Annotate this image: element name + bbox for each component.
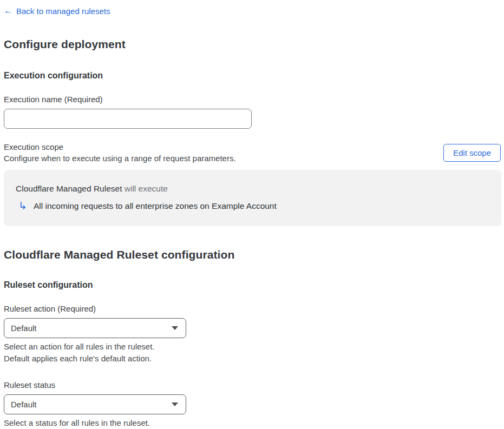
ruleset-status-label: Ruleset status — [4, 380, 501, 390]
back-link-label: Back to managed rulesets — [16, 6, 110, 16]
ruleset-status-help: Select a status for all rules in the rul… — [4, 417, 501, 429]
branch-arrow-icon: ↳ — [18, 201, 27, 211]
ruleset-action-select[interactable]: Default — [4, 318, 186, 338]
scope-summary-line1: Cloudflare Managed Ruleset will execute — [16, 184, 489, 194]
edit-scope-button[interactable]: Edit scope — [443, 144, 501, 162]
ruleset-status-selected-value: Default — [11, 400, 37, 409]
chevron-down-icon — [172, 402, 178, 406]
ruleset-configuration-heading: Cloudflare Managed Ruleset configuration — [4, 248, 501, 261]
ruleset-action-help: Select an action for all rules in the ru… — [4, 341, 501, 365]
execution-name-label: Execution name (Required) — [4, 95, 501, 104]
scope-summary-suffix: will execute — [122, 184, 167, 193]
execution-configuration-heading: Execution configuration — [4, 71, 501, 81]
scope-summary-detail: All incoming requests to all enterprise … — [34, 201, 277, 211]
ruleset-action-selected-value: Default — [11, 324, 37, 333]
ruleset-action-label: Ruleset action (Required) — [4, 304, 501, 313]
scope-ruleset-name: Cloudflare Managed Ruleset — [16, 184, 122, 193]
ruleset-status-group: Ruleset status Default Select a status f… — [4, 380, 501, 429]
scope-summary-line2: ↳ All incoming requests to all enterpris… — [16, 201, 489, 211]
page-title: Configure deployment — [4, 38, 501, 51]
chevron-down-icon — [172, 326, 178, 330]
execution-scope-description: Configure when to execute using a range … — [4, 154, 236, 163]
ruleset-status-help-line1: Select a status for all rules in the rul… — [4, 417, 501, 429]
execution-scope-label: Execution scope — [4, 142, 236, 151]
back-to-managed-rulesets-link[interactable]: ← Back to managed rulesets — [4, 6, 110, 16]
scope-summary-panel: Cloudflare Managed Ruleset will execute … — [4, 170, 501, 226]
ruleset-action-help-line1: Select an action for all rules in the ru… — [4, 341, 501, 353]
ruleset-configuration-subheading: Ruleset configuration — [4, 280, 501, 290]
configure-deployment-page: ← Back to managed rulesets Configure dep… — [0, 0, 504, 429]
execution-name-input[interactable] — [4, 109, 252, 129]
ruleset-action-help-line2: Default applies each rule's default acti… — [4, 353, 501, 365]
execution-scope-text: Execution scope Configure when to execut… — [4, 142, 236, 163]
back-arrow-icon: ← — [4, 6, 12, 15]
execution-scope-row: Execution scope Configure when to execut… — [4, 142, 501, 163]
ruleset-status-select[interactable]: Default — [4, 394, 186, 414]
